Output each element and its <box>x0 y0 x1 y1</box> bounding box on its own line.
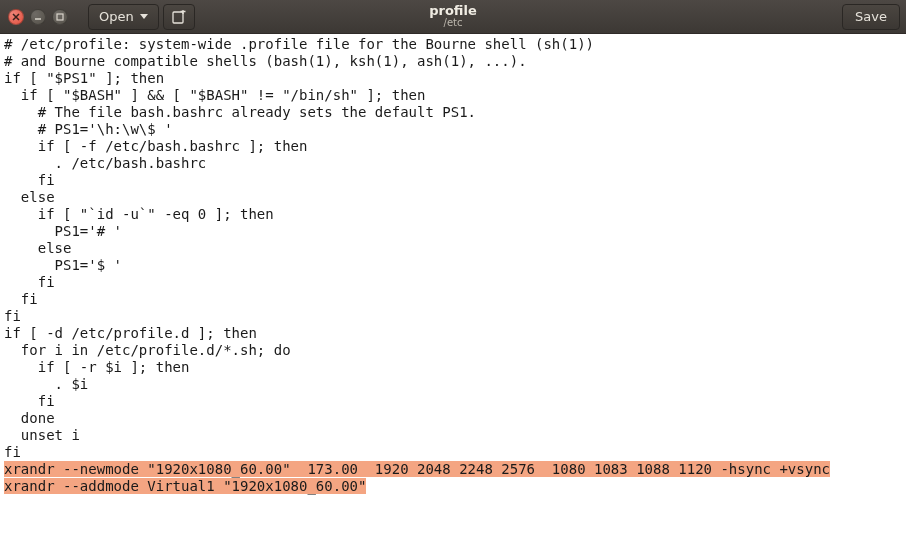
code-line-highlighted: xrandr --newmode "1920x1080_60.00" 173.0… <box>4 461 902 478</box>
code-line: unset i <box>4 427 902 444</box>
code-line: done <box>4 410 902 427</box>
code-line: . /etc/bash.bashrc <box>4 155 902 172</box>
save-button-label: Save <box>855 9 887 24</box>
code-line: fi <box>4 172 902 189</box>
chevron-down-icon <box>140 14 148 19</box>
svg-rect-1 <box>173 12 183 23</box>
toolbar-left: Open <box>88 4 195 30</box>
close-button[interactable] <box>8 9 24 25</box>
code-line: if [ "$PS1" ]; then <box>4 70 902 87</box>
code-line: PS1='$ ' <box>4 257 902 274</box>
code-line: fi <box>4 444 902 461</box>
window-subtitle: /etc <box>429 18 477 29</box>
code-line: if [ -f /etc/bash.bashrc ]; then <box>4 138 902 155</box>
code-line: PS1='# ' <box>4 223 902 240</box>
code-line: for i in /etc/profile.d/*.sh; do <box>4 342 902 359</box>
save-button[interactable]: Save <box>842 4 900 30</box>
code-line: else <box>4 240 902 257</box>
svg-rect-0 <box>57 14 63 20</box>
code-line: if [ "`id -u`" -eq 0 ]; then <box>4 206 902 223</box>
code-line: fi <box>4 291 902 308</box>
open-button[interactable]: Open <box>88 4 159 30</box>
code-line: fi <box>4 393 902 410</box>
code-line: # PS1='\h:\w\$ ' <box>4 121 902 138</box>
code-line: if [ -r $i ]; then <box>4 359 902 376</box>
code-line: # and Bourne compatible shells (bash(1),… <box>4 53 902 70</box>
new-tab-button[interactable] <box>163 4 195 30</box>
code-line: else <box>4 189 902 206</box>
open-button-label: Open <box>99 9 134 24</box>
code-line: fi <box>4 308 902 325</box>
code-line: if [ -d /etc/profile.d ]; then <box>4 325 902 342</box>
editor-textarea[interactable]: # /etc/profile: system-wide .profile fil… <box>0 34 906 539</box>
code-line: fi <box>4 274 902 291</box>
code-line: . $i <box>4 376 902 393</box>
maximize-button[interactable] <box>52 9 68 25</box>
window-title: profile <box>429 4 477 18</box>
code-line: if [ "$BASH" ] && [ "$BASH" != "/bin/sh"… <box>4 87 902 104</box>
minimize-button[interactable] <box>30 9 46 25</box>
title-area: profile /etc <box>429 4 477 28</box>
code-line-highlighted: xrandr --addmode Virtual1 "1920x1080_60.… <box>4 478 902 495</box>
titlebar: Open profile /etc Save <box>0 0 906 34</box>
code-line: # The file bash.bashrc already sets the … <box>4 104 902 121</box>
window-controls <box>0 9 76 25</box>
code-line: # /etc/profile: system-wide .profile fil… <box>4 36 902 53</box>
